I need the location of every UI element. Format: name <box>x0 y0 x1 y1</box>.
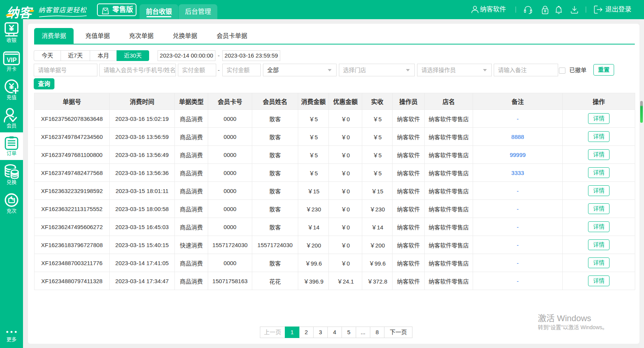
svg-text:VIP: VIP <box>7 57 17 63</box>
